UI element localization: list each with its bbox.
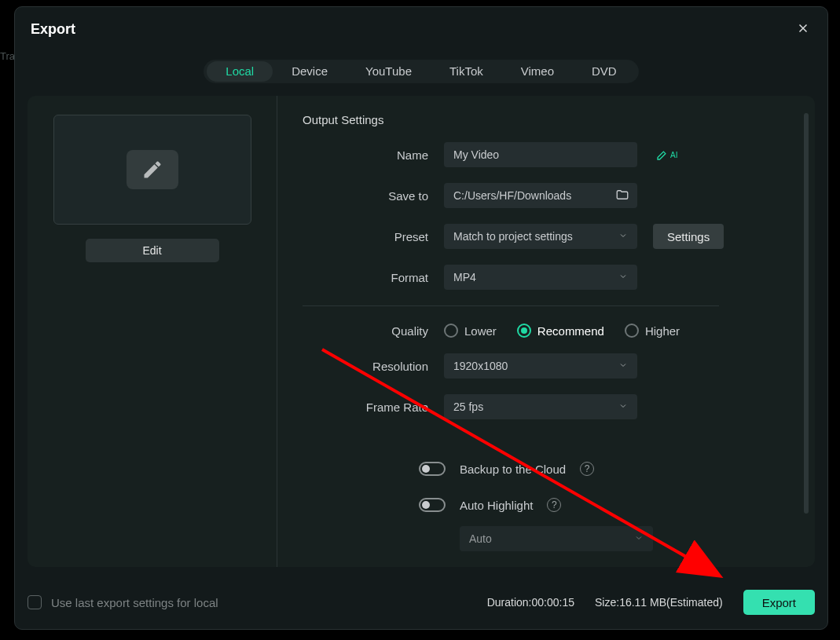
size-meta: Size:16.11 MB(Estimated) [595,596,723,609]
save-to-input[interactable] [444,183,637,208]
quality-lower-radio[interactable]: Lower [444,324,497,338]
tab-device[interactable]: Device [273,60,347,83]
tab-dvd[interactable]: DVD [573,60,636,83]
form-column: Output Settings Name AI Save to [277,96,815,567]
help-icon[interactable]: ? [580,462,594,476]
format-value: MP4 [453,271,476,283]
name-input[interactable] [444,142,637,167]
tab-vimeo[interactable]: Vimeo [502,60,573,83]
framerate-label: Frame Rate [303,400,444,414]
pencil-icon [127,150,178,189]
format-select[interactable]: MP4 [444,265,637,290]
chevron-down-icon [618,400,628,413]
use-last-settings-label: Use last export settings for local [51,596,218,609]
output-settings-title: Output Settings [303,113,791,126]
resolution-label: Resolution [303,360,444,373]
resolution-select[interactable]: 1920x1080 [444,353,637,379]
export-modal: Export Local Device YouTube TikTok Vimeo… [14,6,828,630]
tab-local[interactable]: Local [207,61,273,82]
video-preview[interactable] [53,115,251,225]
resolution-value: 1920x1080 [453,360,508,372]
ai-rename-icon[interactable]: AI [656,148,677,161]
auto-highlight-toggle[interactable] [419,498,446,512]
framerate-select[interactable]: 25 fps [444,394,637,419]
save-to-field[interactable] [453,189,628,202]
edit-button[interactable]: Edit [86,239,219,262]
tab-tiktok[interactable]: TikTok [431,60,502,83]
preset-value: Match to project settings [453,230,573,243]
background-cutoff-text: Tra [0,50,15,62]
name-input-field[interactable] [453,148,628,161]
chevron-down-icon [634,532,644,545]
quality-recommend-radio[interactable]: Recommend [517,324,604,338]
framerate-value: 25 fps [453,400,483,413]
backup-cloud-label: Backup to the Cloud [460,463,566,476]
titlebar: Export [15,7,827,46]
preset-settings-button[interactable]: Settings [653,224,724,249]
divider [303,305,719,306]
quality-radio-group: Lower Recommend Higher [444,324,680,338]
format-label: Format [303,271,444,284]
save-to-label: Save to [303,189,444,203]
chevron-down-icon [618,230,628,243]
preset-select[interactable]: Match to project settings [444,224,637,249]
quality-label: Quality [303,324,444,338]
scrollbar[interactable] [804,113,809,514]
preview-column: Edit [28,96,277,567]
tabs: Local Device YouTube TikTok Vimeo DVD [15,46,827,96]
auto-highlight-label: Auto Highlight [460,499,533,512]
use-last-settings-checkbox[interactable] [28,595,42,609]
backup-cloud-toggle[interactable] [419,462,446,476]
duration-meta: Duration:00:00:15 [487,596,574,609]
modal-title: Export [31,21,75,38]
highlight-mode-select[interactable]: Auto [460,526,653,551]
name-label: Name [303,148,444,162]
tab-youtube[interactable]: YouTube [347,60,431,83]
quality-higher-radio[interactable]: Higher [625,324,680,338]
preset-label: Preset [303,230,444,243]
close-icon[interactable] [796,21,810,38]
settings-panel: Edit Output Settings Name AI Save to [28,96,815,567]
highlight-mode-value: Auto [469,532,492,545]
folder-icon[interactable] [615,188,629,204]
help-icon[interactable]: ? [547,498,561,512]
chevron-down-icon [618,360,628,372]
footer: Use last export settings for local Durat… [28,590,815,615]
export-button[interactable]: Export [743,590,815,615]
chevron-down-icon [618,271,628,283]
ai-badge-text: AI [670,151,677,159]
